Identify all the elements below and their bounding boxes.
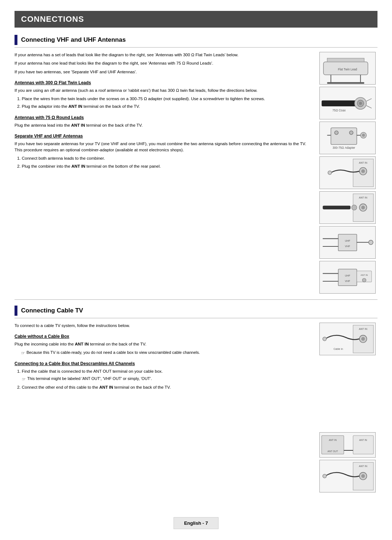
sub3-body: If you have two separate antennas for yo… — [15, 141, 312, 154]
section1-diagrams: Flat Twin Lead 75Ω Coax — [319, 52, 377, 294]
cable-box-step1: Find the cable that is connected to the … — [22, 368, 312, 382]
sub2-title: Antennas with 75 Ω Round Leads — [15, 115, 312, 120]
svg-rect-13 — [331, 128, 357, 144]
section2-bar — [15, 306, 17, 316]
page: CONNECTIONS Connecting VHF and UHF Anten… — [0, 0, 392, 540]
svg-point-24 — [361, 169, 365, 173]
cable-box-final-svg: ANT IN — [320, 461, 375, 492]
section2-title: Connecting Cable TV — [21, 307, 83, 314]
svg-point-47 — [362, 278, 366, 282]
section1-bar — [15, 35, 17, 45]
diagram-cable-no-box: ANT IN Cable in — [319, 323, 376, 355]
section2-text: To connect to a cable TV system, follow … — [15, 323, 316, 492]
ant-in-1-svg: ANT IN — [320, 157, 375, 189]
section-divider-1 — [15, 299, 377, 300]
section2-content: To connect to a cable TV system, follow … — [15, 323, 377, 492]
combiner-svg: UHF VHF — [320, 227, 375, 258]
svg-point-29 — [361, 205, 365, 209]
svg-text:VHF: VHF — [345, 245, 350, 248]
section2-header: Connecting Cable TV — [15, 306, 377, 318]
diagram-cable-box-final: ANT IN — [319, 460, 376, 492]
svg-point-14 — [335, 131, 338, 134]
svg-point-52 — [323, 337, 326, 340]
section1-text: If your antenna has a set of leads that … — [15, 52, 316, 294]
diagram-adapter: 300-75Ω Adapter — [319, 122, 376, 154]
combiner-antin-svg: UHF VHF ANT IN — [320, 262, 375, 293]
svg-line-10 — [367, 98, 372, 101]
cable-no-box-title: Cable without a Cable Box — [15, 334, 312, 339]
svg-point-63 — [361, 474, 365, 478]
ant-in-2-svg: ANT IN — [320, 192, 375, 224]
section2-intro: To connect to a cable TV system, follow … — [15, 323, 312, 329]
svg-point-19 — [362, 134, 365, 136]
svg-text:UHF: UHF — [345, 239, 350, 242]
cable-box-step2: Connect the other end of this cable to t… — [22, 384, 312, 390]
cable-box-antout-svg: ANT IN ANT OUT ANT IN — [320, 432, 375, 458]
section1-content: If your antenna has a set of leads that … — [15, 52, 377, 294]
note-icon-2: ☞ — [22, 376, 26, 382]
svg-text:ANT IN: ANT IN — [359, 439, 367, 442]
svg-rect-30 — [323, 205, 350, 209]
diagram-combiner-antin: UHF VHF ANT IN — [319, 261, 376, 294]
svg-point-51 — [361, 337, 365, 340]
adapter-svg: 300-75Ω Adapter — [320, 122, 375, 154]
cable-no-box-svg: ANT IN Cable in — [320, 323, 375, 355]
sub3-title: Separate VHF and UHF Antennas — [15, 134, 312, 139]
svg-point-15 — [350, 131, 353, 134]
sub1-step1: Place the wires from the twin leads unde… — [22, 96, 312, 102]
diagram-ant-in-1: ANT IN — [319, 156, 376, 189]
svg-text:VHF: VHF — [345, 280, 350, 283]
sub1-step2: Plug the adaptor into the ANT IN termina… — [22, 103, 312, 110]
intro1-text: If your antenna has a set of leads that … — [15, 52, 312, 58]
svg-text:ANT IN: ANT IN — [360, 273, 368, 276]
cable-no-box-note: ☞ Because this TV is cable-ready, you do… — [21, 350, 312, 356]
sub2-body: Plug the antenna lead into the ANT IN te… — [15, 122, 312, 128]
cable-box-steps: Find the cable that is connected to the … — [22, 368, 312, 390]
section1-header: Connecting VHF and UHF Antennas — [15, 35, 377, 48]
flat-antenna-svg: Flat Twin Lead — [320, 53, 375, 84]
cable-box-descramble-title: Connecting to a Cable Box that Descrambl… — [15, 361, 312, 366]
sub3-step2: Plug the combiner into the ANT IN termin… — [22, 163, 312, 169]
svg-text:ANT IN: ANT IN — [359, 196, 367, 199]
page-footer: English - 7 — [173, 517, 219, 529]
svg-text:ANT IN: ANT IN — [359, 328, 367, 331]
svg-text:UHF: UHF — [345, 274, 350, 277]
svg-point-31 — [352, 205, 357, 210]
diagram-round-coax: 75Ω Coax — [319, 87, 376, 119]
svg-text:75Ω Coax: 75Ω Coax — [332, 109, 346, 112]
svg-text:ANT IN: ANT IN — [359, 161, 367, 164]
svg-point-25 — [328, 171, 331, 174]
sub1-steps: Place the wires from the twin leads unde… — [22, 96, 312, 110]
section1-title: Connecting VHF and UHF Antennas — [21, 36, 126, 44]
sub1-body: If you are using an off-air antenna (suc… — [15, 87, 312, 94]
svg-text:Flat Twin Lead: Flat Twin Lead — [338, 68, 357, 71]
cable-no-box-step1: Plug the incoming cable into the ANT IN … — [15, 341, 312, 347]
svg-text:Cable in: Cable in — [334, 348, 343, 351]
svg-rect-6 — [322, 100, 357, 106]
section2-diagrams: ANT IN Cable in ANT IN ANT OUT — [319, 323, 377, 492]
svg-rect-39 — [338, 269, 357, 286]
intro3-text: If you have two antennas, see 'Separate … — [15, 69, 312, 75]
svg-text:ANT IN: ANT IN — [329, 439, 337, 442]
diagram-cable-box-antout: ANT IN ANT OUT ANT IN — [319, 432, 376, 458]
cable-box-step1-note: ☞ This terminal might be labeled 'ANT OU… — [22, 376, 312, 382]
svg-rect-57 — [353, 436, 373, 454]
sub3-step1: Connect both antenna leads to the combin… — [22, 155, 312, 161]
svg-rect-4 — [327, 82, 364, 83]
svg-point-38 — [369, 240, 373, 244]
round-coax-svg: 75Ω Coax — [320, 87, 375, 119]
svg-rect-1 — [327, 58, 364, 62]
svg-text:ANT OUT: ANT OUT — [327, 450, 338, 453]
svg-text:ANT IN: ANT IN — [359, 465, 367, 468]
sub3-steps: Connect both antenna leads to the combin… — [22, 155, 312, 169]
intro2-text: If your antenna has one lead that looks … — [15, 60, 312, 66]
page-main-header: CONNECTIONS — [15, 11, 377, 28]
svg-rect-32 — [338, 234, 357, 251]
svg-text:300-75Ω Adapter: 300-75Ω Adapter — [332, 146, 355, 150]
svg-point-64 — [323, 474, 326, 478]
diagram-combiner: UHF VHF — [319, 226, 376, 259]
svg-line-11 — [367, 106, 372, 108]
diagram-ant-in-2: ANT IN — [319, 191, 376, 224]
svg-point-9 — [359, 102, 362, 105]
diagram-spacer — [319, 357, 377, 430]
